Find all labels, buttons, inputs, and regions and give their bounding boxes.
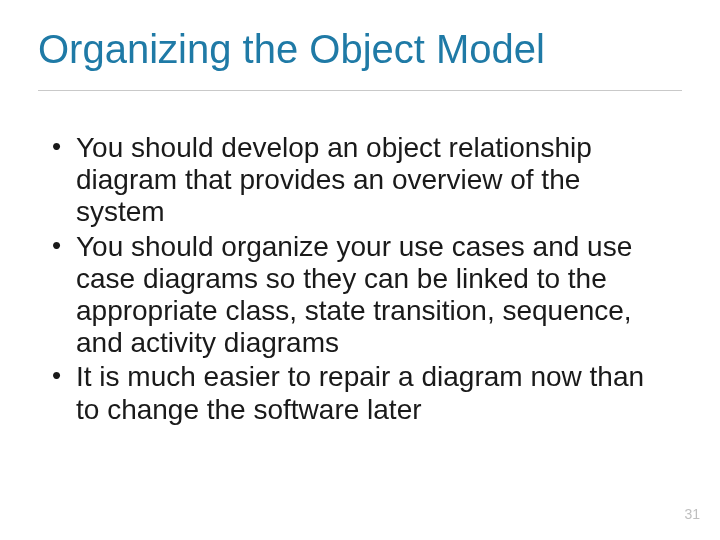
- slide-body: You should develop an object relationshi…: [48, 132, 666, 428]
- bullet-list: You should develop an object relationshi…: [48, 132, 666, 426]
- list-item: You should organize your use cases and u…: [48, 231, 666, 360]
- slide-title: Organizing the Object Model: [38, 28, 682, 70]
- list-item: It is much easier to repair a diagram no…: [48, 361, 666, 425]
- list-item: You should develop an object relationshi…: [48, 132, 666, 229]
- title-underline: [38, 90, 682, 91]
- slide: Organizing the Object Model You should d…: [0, 0, 720, 540]
- page-number: 31: [684, 506, 700, 522]
